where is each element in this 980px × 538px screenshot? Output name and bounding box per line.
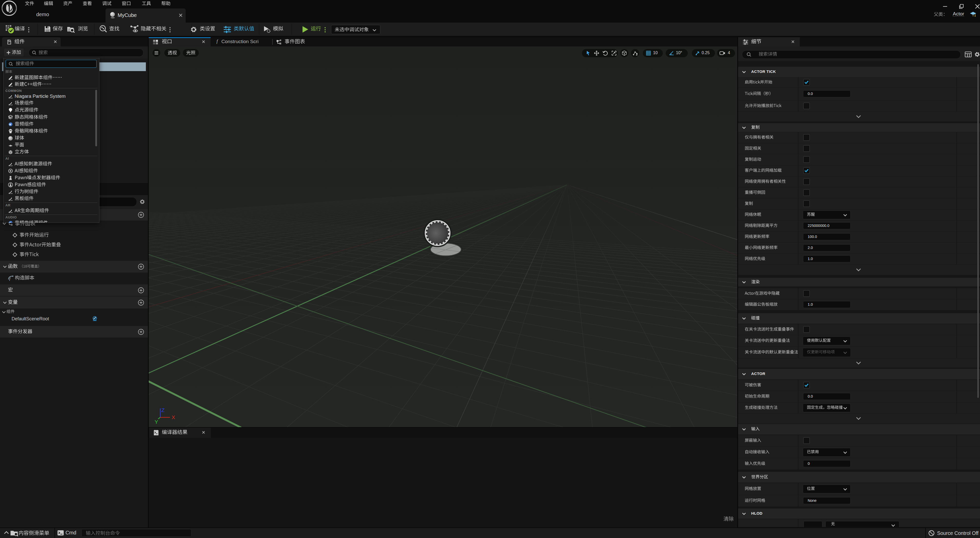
svg-text:f: f: [9, 277, 11, 281]
svg-text:Y: Y: [154, 419, 158, 425]
svg-text:X: X: [172, 414, 175, 420]
svg-text:Z: Z: [161, 407, 165, 413]
